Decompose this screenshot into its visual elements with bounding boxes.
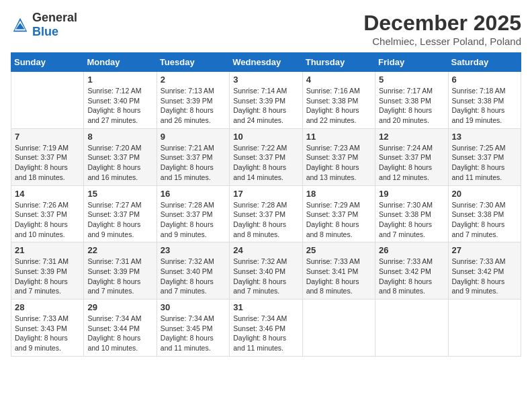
calendar-cell: 7Sunrise: 7:19 AMSunset: 3:37 PMDaylight… <box>11 128 84 185</box>
day-header-tuesday: Tuesday <box>157 53 229 72</box>
calendar-cell: 12Sunrise: 7:24 AMSunset: 3:37 PMDayligh… <box>375 128 448 185</box>
day-number: 12 <box>379 132 444 142</box>
day-number: 23 <box>161 245 226 255</box>
day-info: Sunrise: 7:24 AMSunset: 3:37 PMDaylight:… <box>379 143 444 183</box>
calendar-cell <box>11 72 84 129</box>
day-header-wednesday: Wednesday <box>230 53 302 72</box>
day-number: 9 <box>161 132 226 142</box>
day-info: Sunrise: 7:33 AMSunset: 3:42 PMDaylight:… <box>379 257 444 296</box>
week-row-1: 1Sunrise: 7:12 AMSunset: 3:40 PMDaylight… <box>11 72 521 129</box>
calendar-cell: 1Sunrise: 7:12 AMSunset: 3:40 PMDaylight… <box>84 72 157 129</box>
calendar-cell: 18Sunrise: 7:29 AMSunset: 3:37 PMDayligh… <box>302 185 375 242</box>
day-number: 13 <box>452 132 517 142</box>
day-info: Sunrise: 7:28 AMSunset: 3:37 PMDaylight:… <box>233 200 298 240</box>
day-header-thursday: Thursday <box>302 53 375 72</box>
day-info: Sunrise: 7:23 AMSunset: 3:37 PMDaylight:… <box>306 143 371 183</box>
day-number: 28 <box>15 302 80 312</box>
calendar-cell: 5Sunrise: 7:17 AMSunset: 3:38 PMDaylight… <box>375 72 448 129</box>
calendar-cell: 27Sunrise: 7:33 AMSunset: 3:42 PMDayligh… <box>448 242 521 300</box>
day-info: Sunrise: 7:19 AMSunset: 3:37 PMDaylight:… <box>15 143 80 183</box>
calendar-table: SundayMondayTuesdayWednesdayThursdayFrid… <box>11 52 521 357</box>
calendar-cell: 29Sunrise: 7:34 AMSunset: 3:44 PMDayligh… <box>84 300 157 357</box>
day-number: 29 <box>87 302 152 312</box>
location-title: Chelmiec, Lesser Poland, Poland <box>363 36 521 47</box>
calendar-cell: 6Sunrise: 7:18 AMSunset: 3:38 PMDaylight… <box>448 72 521 129</box>
calendar-cell: 10Sunrise: 7:22 AMSunset: 3:37 PMDayligh… <box>230 128 302 185</box>
calendar-cell: 3Sunrise: 7:14 AMSunset: 3:39 PMDaylight… <box>230 72 302 129</box>
day-number: 20 <box>452 189 517 199</box>
day-info: Sunrise: 7:33 AMSunset: 3:42 PMDaylight:… <box>452 257 517 296</box>
day-header-monday: Monday <box>84 53 157 72</box>
day-number: 19 <box>379 189 444 199</box>
day-info: Sunrise: 7:32 AMSunset: 3:40 PMDaylight:… <box>233 257 298 296</box>
logo-blue: Blue <box>32 25 58 38</box>
day-number: 11 <box>306 132 371 142</box>
page-header: General Blue December 2025 Chelmiec, Les… <box>11 11 521 47</box>
calendar-cell: 11Sunrise: 7:23 AMSunset: 3:37 PMDayligh… <box>302 128 375 185</box>
day-number: 17 <box>233 189 298 199</box>
day-info: Sunrise: 7:30 AMSunset: 3:38 PMDaylight:… <box>452 200 517 240</box>
day-number: 30 <box>161 302 226 312</box>
day-info: Sunrise: 7:26 AMSunset: 3:37 PMDaylight:… <box>15 200 80 240</box>
day-number: 10 <box>233 132 298 142</box>
day-info: Sunrise: 7:25 AMSunset: 3:37 PMDaylight:… <box>452 143 517 183</box>
day-number: 21 <box>15 245 80 255</box>
calendar-cell: 9Sunrise: 7:21 AMSunset: 3:37 PMDaylight… <box>157 128 229 185</box>
week-row-4: 21Sunrise: 7:31 AMSunset: 3:39 PMDayligh… <box>11 242 521 300</box>
calendar-cell: 14Sunrise: 7:26 AMSunset: 3:37 PMDayligh… <box>11 185 84 242</box>
week-row-3: 14Sunrise: 7:26 AMSunset: 3:37 PMDayligh… <box>11 185 521 242</box>
day-number: 14 <box>15 189 80 199</box>
day-number: 2 <box>161 75 226 85</box>
calendar-cell: 25Sunrise: 7:33 AMSunset: 3:41 PMDayligh… <box>302 242 375 300</box>
calendar-cell: 23Sunrise: 7:32 AMSunset: 3:40 PMDayligh… <box>157 242 229 300</box>
calendar-cell: 15Sunrise: 7:27 AMSunset: 3:37 PMDayligh… <box>84 185 157 242</box>
day-info: Sunrise: 7:22 AMSunset: 3:37 PMDaylight:… <box>233 143 298 183</box>
day-number: 16 <box>161 189 226 199</box>
calendar-cell: 17Sunrise: 7:28 AMSunset: 3:37 PMDayligh… <box>230 185 302 242</box>
day-number: 3 <box>233 75 298 85</box>
calendar-cell: 30Sunrise: 7:34 AMSunset: 3:45 PMDayligh… <box>157 300 229 357</box>
day-info: Sunrise: 7:28 AMSunset: 3:37 PMDaylight:… <box>161 200 226 240</box>
logo-general: General <box>32 11 77 24</box>
calendar-cell: 22Sunrise: 7:31 AMSunset: 3:39 PMDayligh… <box>84 242 157 300</box>
day-number: 4 <box>306 75 371 85</box>
day-info: Sunrise: 7:14 AMSunset: 3:39 PMDaylight:… <box>233 86 298 126</box>
day-number: 15 <box>87 189 152 199</box>
day-number: 6 <box>452 75 517 85</box>
calendar-cell <box>448 300 521 357</box>
day-number: 8 <box>87 132 152 142</box>
calendar-cell: 19Sunrise: 7:30 AMSunset: 3:38 PMDayligh… <box>375 185 448 242</box>
day-info: Sunrise: 7:32 AMSunset: 3:40 PMDaylight:… <box>161 257 226 296</box>
day-info: Sunrise: 7:31 AMSunset: 3:39 PMDaylight:… <box>87 257 152 296</box>
calendar-cell: 28Sunrise: 7:33 AMSunset: 3:43 PMDayligh… <box>11 300 84 357</box>
day-header-saturday: Saturday <box>448 53 521 72</box>
calendar-cell: 26Sunrise: 7:33 AMSunset: 3:42 PMDayligh… <box>375 242 448 300</box>
day-number: 22 <box>87 245 152 255</box>
week-row-2: 7Sunrise: 7:19 AMSunset: 3:37 PMDaylight… <box>11 128 521 185</box>
day-number: 25 <box>306 245 371 255</box>
calendar-cell: 31Sunrise: 7:34 AMSunset: 3:46 PMDayligh… <box>230 300 302 357</box>
day-info: Sunrise: 7:27 AMSunset: 3:37 PMDaylight:… <box>87 200 152 240</box>
calendar-cell <box>302 300 375 357</box>
day-info: Sunrise: 7:34 AMSunset: 3:44 PMDaylight:… <box>87 314 152 353</box>
title-block: December 2025 Chelmiec, Lesser Poland, P… <box>363 11 521 47</box>
day-number: 7 <box>15 132 80 142</box>
day-info: Sunrise: 7:13 AMSunset: 3:39 PMDaylight:… <box>161 86 226 126</box>
calendar-cell: 20Sunrise: 7:30 AMSunset: 3:38 PMDayligh… <box>448 185 521 242</box>
day-info: Sunrise: 7:17 AMSunset: 3:38 PMDaylight:… <box>379 86 444 126</box>
calendar-cell: 8Sunrise: 7:20 AMSunset: 3:37 PMDaylight… <box>84 128 157 185</box>
calendar-cell: 4Sunrise: 7:16 AMSunset: 3:38 PMDaylight… <box>302 72 375 129</box>
day-number: 18 <box>306 189 371 199</box>
calendar-cell: 2Sunrise: 7:13 AMSunset: 3:39 PMDaylight… <box>157 72 229 129</box>
calendar-cell <box>375 300 448 357</box>
day-header-friday: Friday <box>375 53 448 72</box>
day-number: 31 <box>233 302 298 312</box>
day-info: Sunrise: 7:33 AMSunset: 3:41 PMDaylight:… <box>306 257 371 296</box>
day-info: Sunrise: 7:29 AMSunset: 3:37 PMDaylight:… <box>306 200 371 240</box>
month-title: December 2025 <box>363 11 521 36</box>
logo-icon <box>11 15 30 34</box>
day-info: Sunrise: 7:33 AMSunset: 3:43 PMDaylight:… <box>15 314 80 353</box>
day-number: 24 <box>233 245 298 255</box>
day-number: 5 <box>379 75 444 85</box>
logo-text: General Blue <box>32 11 77 39</box>
